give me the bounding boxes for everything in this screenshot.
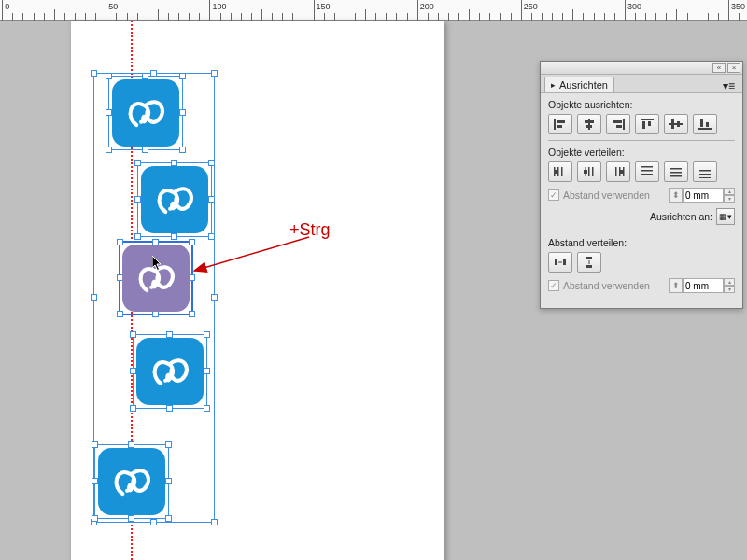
svg-rect-11: [586, 125, 592, 128]
use-spacing-checkbox[interactable]: ✓: [548, 189, 559, 201]
svg-point-0: [141, 115, 148, 124]
align-buttons-row: [548, 114, 735, 134]
distribute-hcenter-button[interactable]: [577, 161, 601, 182]
label-distribute-spacing: Abstand verteilen:: [548, 237, 735, 248]
link-icon[interactable]: ⬍: [669, 188, 683, 203]
svg-point-3: [165, 373, 172, 383]
svg-rect-6: [554, 119, 556, 130]
use-spacing-checkbox-2[interactable]: ✓: [548, 280, 559, 291]
svg-rect-32: [615, 167, 617, 176]
align-top-button[interactable]: [635, 114, 659, 134]
svg-rect-38: [641, 174, 653, 175]
panel-title-bar[interactable]: « ×: [541, 62, 742, 75]
distribute-vcenter-button[interactable]: [664, 161, 688, 182]
svg-rect-9: [588, 119, 590, 130]
tab-align[interactable]: ▸ Ausrichten: [544, 77, 614, 92]
align-bottom-button[interactable]: [693, 114, 717, 134]
distribute-top-button[interactable]: [635, 161, 659, 182]
svg-rect-14: [616, 125, 622, 128]
svg-rect-31: [584, 170, 587, 174]
svg-rect-29: [588, 167, 590, 176]
align-panel[interactable]: « × ▸ Ausrichten ▾≡ Objekte ausrichten: …: [540, 61, 743, 309]
svg-rect-20: [677, 121, 680, 127]
svg-rect-48: [586, 265, 592, 268]
align-vcenter-button[interactable]: [664, 114, 688, 134]
svg-rect-27: [554, 170, 557, 174]
butterfly-icon[interactable]: [122, 245, 190, 312]
use-spacing-label: Abstand verwenden: [563, 189, 650, 201]
use-spacing-row: ✓ Abstand verwenden ⬍ ▴▾: [548, 188, 735, 203]
use-spacing-row-2: ✓ Abstand verwenden ⬍ ▴▾: [548, 278, 735, 293]
svg-rect-47: [586, 257, 592, 259]
label-distribute-objects: Objekte verteilen:: [548, 147, 735, 158]
svg-point-1: [170, 202, 176, 211]
svg-rect-21: [698, 128, 712, 130]
svg-rect-36: [641, 166, 653, 168]
svg-point-4: [127, 483, 134, 493]
svg-rect-30: [592, 167, 594, 176]
svg-rect-45: [555, 259, 557, 265]
svg-rect-40: [670, 172, 682, 174]
svg-rect-39: [670, 168, 682, 170]
svg-rect-8: [557, 125, 562, 128]
spacing-down[interactable]: ▾: [724, 195, 735, 203]
svg-rect-41: [670, 175, 682, 177]
distribute-bottom-button[interactable]: [693, 161, 717, 182]
panel-collapse-icon[interactable]: «: [712, 63, 726, 73]
svg-rect-19: [671, 119, 674, 129]
svg-rect-7: [557, 120, 565, 123]
svg-rect-12: [623, 119, 625, 130]
svg-rect-26: [561, 167, 563, 176]
tab-arrows-icon: ▸: [551, 80, 556, 90]
horizontal-ruler: 050100150200250300350: [0, 0, 747, 21]
label-align-objects: Objekte ausrichten:: [548, 99, 735, 110]
svg-rect-46: [563, 259, 566, 265]
align-left-button[interactable]: [548, 114, 572, 134]
svg-rect-13: [613, 120, 622, 123]
spacing-down-2[interactable]: ▾: [724, 286, 735, 293]
distribute-vspace-button[interactable]: [577, 252, 601, 273]
svg-rect-43: [699, 174, 711, 175]
use-spacing-label-2: Abstand verwenden: [563, 280, 650, 291]
svg-rect-16: [642, 121, 645, 129]
distribute-left-button[interactable]: [548, 161, 572, 182]
svg-rect-23: [706, 122, 709, 127]
align-to-label: Ausrichten an:: [650, 211, 712, 222]
svg-rect-22: [700, 119, 703, 127]
svg-rect-42: [699, 170, 711, 172]
svg-rect-35: [620, 170, 624, 174]
spacing-up[interactable]: ▴: [724, 188, 735, 195]
align-to-dropdown[interactable]: ▦▾: [716, 208, 735, 225]
link-icon-2[interactable]: ⬍: [669, 278, 683, 293]
svg-rect-17: [648, 121, 651, 126]
butterfly-icon[interactable]: [141, 166, 208, 233]
distribute-buttons-row: [548, 161, 735, 182]
butterfly-icon[interactable]: [98, 448, 165, 515]
butterfly-icon[interactable]: [136, 338, 204, 405]
spacing-up-2[interactable]: ▴: [724, 278, 735, 286]
spacing-input[interactable]: [683, 188, 724, 203]
panel-tabs: ▸ Ausrichten ▾≡: [541, 75, 742, 93]
distribute-hspace-button[interactable]: [548, 252, 572, 273]
align-hcenter-button[interactable]: [577, 114, 601, 134]
annotation-label: +Strg: [289, 220, 331, 240]
panel-close-icon[interactable]: ×: [727, 63, 740, 73]
svg-rect-37: [641, 170, 653, 172]
distribute-right-button[interactable]: [606, 161, 630, 182]
align-right-button[interactable]: [606, 114, 630, 134]
panel-menu-icon[interactable]: ▾≡: [719, 79, 739, 92]
svg-rect-44: [699, 177, 711, 178]
spacing-input-2[interactable]: [683, 278, 724, 293]
tab-label: Ausrichten: [559, 79, 608, 91]
butterfly-icon[interactable]: [112, 79, 179, 147]
svg-rect-15: [641, 119, 654, 120]
svg-rect-25: [557, 167, 559, 176]
svg-rect-10: [585, 120, 594, 123]
svg-point-2: [151, 280, 158, 289]
cursor-arrow-icon: [152, 256, 162, 271]
